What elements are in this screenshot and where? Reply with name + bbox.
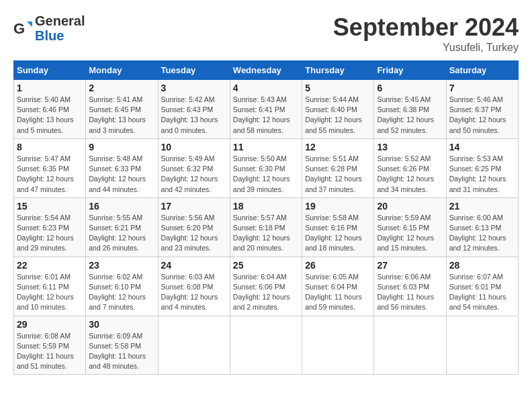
day-info: Sunrise: 5:59 AM Sunset: 6:15 PM Dayligh…: [377, 213, 443, 254]
calendar-cell: 22Sunrise: 6:01 AM Sunset: 6:11 PM Dayli…: [14, 257, 86, 316]
calendar-cell: 1Sunrise: 5:40 AM Sunset: 6:46 PM Daylig…: [14, 80, 86, 139]
calendar-cell: 21Sunrise: 6:00 AM Sunset: 6:13 PM Dayli…: [446, 197, 518, 257]
calendar-cell: 26Sunrise: 6:05 AM Sunset: 6:04 PM Dayli…: [302, 257, 374, 316]
calendar-cell: 2Sunrise: 5:41 AM Sunset: 6:45 PM Daylig…: [86, 80, 158, 139]
day-info: Sunrise: 5:44 AM Sunset: 6:40 PM Dayligh…: [305, 95, 371, 136]
calendar-cell: 16Sunrise: 5:55 AM Sunset: 6:21 PM Dayli…: [86, 197, 158, 257]
day-number: 30: [89, 319, 154, 330]
day-number: 10: [161, 142, 227, 152]
calendar-cell: 20Sunrise: 5:59 AM Sunset: 6:15 PM Dayli…: [374, 197, 446, 257]
day-info: Sunrise: 6:07 AM Sunset: 6:01 PM Dayligh…: [449, 272, 515, 313]
day-number: 11: [233, 142, 299, 152]
svg-marker-1: [27, 21, 32, 27]
calendar-cell: 28Sunrise: 6:07 AM Sunset: 6:01 PM Dayli…: [446, 257, 518, 316]
calendar-cell: 5Sunrise: 5:44 AM Sunset: 6:40 PM Daylig…: [302, 80, 374, 139]
calendar-cell: 17Sunrise: 5:56 AM Sunset: 6:20 PM Dayli…: [158, 197, 230, 257]
day-info: Sunrise: 6:01 AM Sunset: 6:11 PM Dayligh…: [17, 272, 83, 313]
calendar-cell: 8Sunrise: 5:47 AM Sunset: 6:35 PM Daylig…: [14, 138, 86, 197]
day-number: 15: [17, 201, 83, 212]
calendar-cell: 12Sunrise: 5:51 AM Sunset: 6:28 PM Dayli…: [302, 138, 374, 197]
calendar-cell: 29Sunrise: 6:08 AM Sunset: 5:59 PM Dayli…: [14, 316, 86, 375]
day-info: Sunrise: 5:42 AM Sunset: 6:43 PM Dayligh…: [161, 95, 227, 136]
day-of-week-header: Wednesday: [230, 61, 302, 80]
calendar-week-row: 22Sunrise: 6:01 AM Sunset: 6:11 PM Dayli…: [14, 257, 519, 316]
day-number: 20: [377, 201, 443, 212]
day-number: 27: [377, 260, 443, 271]
day-number: 6: [377, 83, 443, 93]
calendar-cell: 11Sunrise: 5:50 AM Sunset: 6:30 PM Dayli…: [230, 138, 302, 197]
day-of-week-header: Friday: [374, 61, 446, 80]
logo: G General Blue: [13, 13, 85, 43]
day-number: 25: [233, 260, 299, 271]
day-info: Sunrise: 5:55 AM Sunset: 6:21 PM Dayligh…: [89, 213, 154, 254]
day-info: Sunrise: 6:05 AM Sunset: 6:04 PM Dayligh…: [305, 272, 371, 313]
calendar-cell: 3Sunrise: 5:42 AM Sunset: 6:43 PM Daylig…: [158, 80, 230, 139]
day-of-week-header: Sunday: [14, 61, 86, 80]
day-number: 29: [17, 319, 83, 330]
day-info: Sunrise: 6:06 AM Sunset: 6:03 PM Dayligh…: [377, 272, 443, 313]
calendar-cell: 27Sunrise: 6:06 AM Sunset: 6:03 PM Dayli…: [374, 257, 446, 316]
calendar-cell: [158, 316, 230, 375]
day-number: 21: [449, 201, 515, 212]
calendar-cell: 25Sunrise: 6:04 AM Sunset: 6:06 PM Dayli…: [230, 257, 302, 316]
logo-icon: G: [13, 19, 32, 38]
day-number: 7: [449, 83, 515, 93]
calendar-cell: [446, 316, 518, 375]
calendar-cell: 30Sunrise: 6:09 AM Sunset: 5:58 PM Dayli…: [86, 316, 158, 375]
calendar-week-row: 1Sunrise: 5:40 AM Sunset: 6:46 PM Daylig…: [14, 80, 519, 139]
day-number: 17: [161, 201, 227, 212]
logo-line1: General: [35, 13, 85, 28]
day-info: Sunrise: 5:43 AM Sunset: 6:41 PM Dayligh…: [233, 95, 299, 136]
day-of-week-header: Tuesday: [158, 61, 230, 80]
calendar-cell: 9Sunrise: 5:48 AM Sunset: 6:33 PM Daylig…: [86, 138, 158, 197]
day-number: 4: [233, 83, 299, 93]
day-of-week-header: Monday: [86, 61, 158, 80]
day-of-week-header: Saturday: [446, 61, 518, 80]
title-block: September 2024 Yusufeli, Turkey: [333, 13, 519, 54]
day-number: 8: [17, 142, 83, 152]
day-info: Sunrise: 5:48 AM Sunset: 6:33 PM Dayligh…: [89, 154, 154, 195]
day-number: 5: [305, 83, 371, 93]
calendar-week-row: 29Sunrise: 6:08 AM Sunset: 5:59 PM Dayli…: [14, 316, 519, 375]
day-number: 22: [17, 260, 83, 271]
day-info: Sunrise: 5:49 AM Sunset: 6:32 PM Dayligh…: [161, 154, 227, 195]
day-info: Sunrise: 6:03 AM Sunset: 6:08 PM Dayligh…: [161, 272, 227, 313]
day-number: 12: [305, 142, 371, 152]
calendar-cell: [302, 316, 374, 375]
day-info: Sunrise: 6:04 AM Sunset: 6:06 PM Dayligh…: [233, 272, 299, 313]
day-info: Sunrise: 5:50 AM Sunset: 6:30 PM Dayligh…: [233, 154, 299, 195]
calendar-header-row: SundayMondayTuesdayWednesdayThursdayFrid…: [14, 61, 519, 80]
day-info: Sunrise: 5:40 AM Sunset: 6:46 PM Dayligh…: [17, 95, 83, 136]
calendar-cell: 10Sunrise: 5:49 AM Sunset: 6:32 PM Dayli…: [158, 138, 230, 197]
day-info: Sunrise: 5:46 AM Sunset: 6:37 PM Dayligh…: [449, 95, 515, 136]
calendar-cell: 7Sunrise: 5:46 AM Sunset: 6:37 PM Daylig…: [446, 80, 518, 139]
day-number: 3: [161, 83, 227, 93]
day-info: Sunrise: 5:52 AM Sunset: 6:26 PM Dayligh…: [377, 154, 443, 195]
month-title: September 2024: [333, 13, 519, 42]
calendar-week-row: 8Sunrise: 5:47 AM Sunset: 6:35 PM Daylig…: [14, 138, 519, 197]
day-number: 18: [233, 201, 299, 212]
day-number: 14: [449, 142, 515, 152]
calendar-cell: 15Sunrise: 5:54 AM Sunset: 6:23 PM Dayli…: [14, 197, 86, 257]
day-of-week-header: Thursday: [302, 61, 374, 80]
calendar-cell: 4Sunrise: 5:43 AM Sunset: 6:41 PM Daylig…: [230, 80, 302, 139]
day-info: Sunrise: 5:47 AM Sunset: 6:35 PM Dayligh…: [17, 154, 83, 195]
calendar-cell: 24Sunrise: 6:03 AM Sunset: 6:08 PM Dayli…: [158, 257, 230, 316]
day-info: Sunrise: 5:41 AM Sunset: 6:45 PM Dayligh…: [89, 95, 154, 136]
day-info: Sunrise: 5:45 AM Sunset: 6:38 PM Dayligh…: [377, 95, 443, 136]
calendar-cell: 18Sunrise: 5:57 AM Sunset: 6:18 PM Dayli…: [230, 197, 302, 257]
day-info: Sunrise: 5:53 AM Sunset: 6:25 PM Dayligh…: [449, 154, 515, 195]
calendar-table: SundayMondayTuesdayWednesdayThursdayFrid…: [13, 60, 519, 375]
day-info: Sunrise: 5:58 AM Sunset: 6:16 PM Dayligh…: [305, 213, 371, 254]
day-info: Sunrise: 5:54 AM Sunset: 6:23 PM Dayligh…: [17, 213, 83, 254]
day-number: 1: [17, 83, 83, 93]
day-info: Sunrise: 6:09 AM Sunset: 5:58 PM Dayligh…: [89, 331, 154, 372]
day-info: Sunrise: 6:02 AM Sunset: 6:10 PM Dayligh…: [89, 272, 154, 313]
day-number: 9: [89, 142, 154, 152]
calendar-body: 1Sunrise: 5:40 AM Sunset: 6:46 PM Daylig…: [14, 80, 519, 375]
calendar-cell: [374, 316, 446, 375]
day-number: 23: [89, 260, 154, 271]
calendar-cell: 13Sunrise: 5:52 AM Sunset: 6:26 PM Dayli…: [374, 138, 446, 197]
day-info: Sunrise: 5:57 AM Sunset: 6:18 PM Dayligh…: [233, 213, 299, 254]
calendar-cell: 23Sunrise: 6:02 AM Sunset: 6:10 PM Dayli…: [86, 257, 158, 316]
